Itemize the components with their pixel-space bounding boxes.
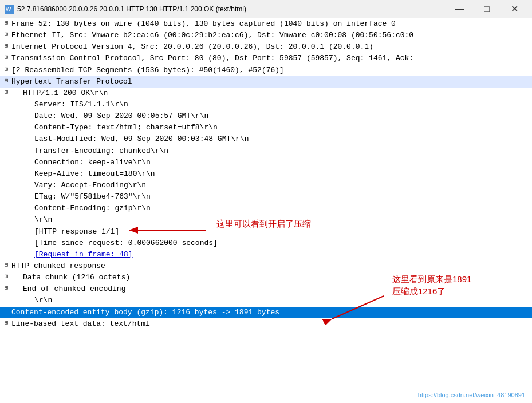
expand-icon-4[interactable]: ⊞ bbox=[2, 53, 10, 62]
row-text-22: HTTP chunked response bbox=[11, 260, 105, 272]
tree-row-19[interactable]: [HTTP response 1/1] bbox=[0, 226, 532, 238]
main-content: ⊞Frame 52: 130 bytes on wire (1040 bits)… bbox=[0, 18, 532, 403]
tree-row-17[interactable]: Content-Encoding: gzip\r\n bbox=[0, 203, 532, 214]
tree-row-13[interactable]: Connection: keep-alive\r\n bbox=[0, 157, 532, 168]
row-text-27: Line-based text data: text/html bbox=[11, 318, 150, 330]
tree-row-6[interactable]: ⊟Hypertext Transfer Protocol bbox=[0, 76, 532, 88]
expand-icon-5[interactable]: ⊞ bbox=[2, 65, 10, 74]
row-text-4: Transmission Control Protocol, Src Port:… bbox=[11, 53, 413, 64]
tree-row-23[interactable]: ⊞Data chunk (1216 octets) bbox=[0, 272, 532, 283]
row-text-21: [Request in frame: 48] bbox=[34, 249, 133, 260]
svg-text:W: W bbox=[6, 6, 11, 13]
row-text-12: Transfer-Encoding: chunked\r\n bbox=[34, 145, 168, 157]
tree-row-18[interactable]: \r\n bbox=[0, 214, 532, 226]
minimize-button[interactable]: — bbox=[446, 0, 472, 18]
tree-row-15[interactable]: Vary: Accept-Encoding\r\n bbox=[0, 180, 532, 191]
expand-icon-6[interactable]: ⊟ bbox=[2, 76, 10, 86]
tree-row-24[interactable]: ⊞End of chunked encoding bbox=[0, 283, 532, 295]
tree-row-7[interactable]: ⊞HTTP/1.1 200 OK\r\n bbox=[0, 88, 532, 99]
row-text-14: Keep-Alive: timeout=180\r\n bbox=[34, 168, 155, 180]
expand-icon-22[interactable]: ⊟ bbox=[2, 260, 10, 270]
row-text-25: \r\n bbox=[34, 295, 52, 306]
tree-row-20[interactable]: [Time since request: 0.000662000 seconds… bbox=[0, 238, 532, 249]
tree-row-12[interactable]: Transfer-Encoding: chunked\r\n bbox=[0, 145, 532, 157]
expand-icon-1[interactable]: ⊞ bbox=[2, 18, 10, 28]
row-text-6: Hypertext Transfer Protocol bbox=[11, 76, 132, 88]
tree-row-27[interactable]: ⊞Line-based text data: text/html bbox=[0, 318, 532, 330]
title-bar: W 52 7.816886000 20.0.0.26 20.0.0.1 HTTP… bbox=[0, 0, 532, 18]
expand-icon-7[interactable]: ⊞ bbox=[2, 88, 10, 97]
tree-row-11[interactable]: Last-Modified: Wed, 09 Sep 2020 00:03:48… bbox=[0, 133, 532, 145]
tree-row-22[interactable]: ⊟HTTP chunked response bbox=[0, 260, 532, 272]
row-text-18: \r\n bbox=[34, 214, 52, 226]
tree-row-21[interactable]: [Request in frame: 48] bbox=[0, 249, 532, 260]
row-text-23: Data chunk (1216 octets) bbox=[23, 272, 130, 283]
window-title: 52 7.816886000 20.0.0.26 20.0.0.1 HTTP 1… bbox=[17, 5, 246, 13]
tree-row-25[interactable]: \r\n bbox=[0, 295, 532, 306]
expand-icon-2[interactable]: ⊞ bbox=[2, 30, 10, 39]
app-icon: W bbox=[5, 5, 14, 14]
row-text-5: [2 Reassembled TCP Segments (1536 bytes)… bbox=[11, 65, 284, 76]
tree-row-4[interactable]: ⊞Transmission Control Protocol, Src Port… bbox=[0, 53, 532, 64]
window-controls: — □ ✕ bbox=[446, 0, 527, 18]
row-text-9: Date: Wed, 09 Sep 2020 00:05:57 GMT\r\n bbox=[34, 110, 208, 122]
tree-row-9[interactable]: Date: Wed, 09 Sep 2020 00:05:57 GMT\r\n bbox=[0, 110, 532, 122]
row-text-17: Content-Encoding: gzip\r\n bbox=[34, 203, 151, 214]
tree-row-1[interactable]: ⊞Frame 52: 130 bytes on wire (1040 bits)… bbox=[0, 18, 532, 30]
expand-icon-24[interactable]: ⊞ bbox=[2, 283, 10, 293]
tree-row-2[interactable]: ⊞Ethernet II, Src: Vmware_b2:ea:c6 (00:0… bbox=[0, 30, 532, 41]
row-text-7: HTTP/1.1 200 OK\r\n bbox=[23, 88, 108, 99]
row-text-20: [Time since request: 0.000662000 seconds… bbox=[34, 238, 218, 249]
tree-row-10[interactable]: Content-Type: text/html; charset=utf8\r\… bbox=[0, 122, 532, 133]
tree-row-16[interactable]: ETag: W/"5f581be4-763"\r\n bbox=[0, 191, 532, 203]
tree-row-5[interactable]: ⊞[2 Reassembled TCP Segments (1536 bytes… bbox=[0, 65, 532, 76]
row-text-15: Vary: Accept-Encoding\r\n bbox=[34, 180, 146, 191]
tree-row-8[interactable]: Server: IIS/1.1.1\r\n bbox=[0, 99, 532, 110]
maximize-button[interactable]: □ bbox=[474, 0, 500, 18]
row-text-3: Internet Protocol Version 4, Src: 20.0.0… bbox=[11, 41, 373, 53]
row-text-24: End of chunked encoding bbox=[23, 283, 125, 295]
row-text-26: Content-encoded entity body (gzip): 1216… bbox=[11, 307, 279, 318]
row-text-16: ETag: W/"5f581be4-763"\r\n bbox=[34, 191, 151, 203]
watermark: https://blog.csdn.net/weixin_48190891 bbox=[418, 392, 525, 398]
tree-row-14[interactable]: Keep-Alive: timeout=180\r\n bbox=[0, 168, 532, 180]
row-text-10: Content-Type: text/html; charset=utf8\r\… bbox=[34, 122, 218, 133]
packet-tree: ⊞Frame 52: 130 bytes on wire (1040 bits)… bbox=[0, 18, 532, 330]
tree-row-26[interactable]: Content-encoded entity body (gzip): 1216… bbox=[0, 307, 532, 318]
expand-icon-27[interactable]: ⊞ bbox=[2, 318, 10, 328]
row-text-8: Server: IIS/1.1.1\r\n bbox=[34, 99, 128, 110]
close-button[interactable]: ✕ bbox=[501, 0, 527, 18]
expand-icon-23[interactable]: ⊞ bbox=[2, 272, 10, 282]
row-text-2: Ethernet II, Src: Vmware_b2:ea:c6 (00:0c… bbox=[11, 30, 413, 41]
row-text-1: Frame 52: 130 bytes on wire (1040 bits),… bbox=[11, 18, 396, 30]
expand-icon-3[interactable]: ⊞ bbox=[2, 41, 10, 51]
tree-row-3[interactable]: ⊞Internet Protocol Version 4, Src: 20.0.… bbox=[0, 41, 532, 53]
row-text-11: Last-Modified: Wed, 09 Sep 2020 00:03:48… bbox=[34, 133, 249, 145]
row-text-13: Connection: keep-alive\r\n bbox=[34, 157, 151, 168]
title-bar-left: W 52 7.816886000 20.0.0.26 20.0.0.1 HTTP… bbox=[5, 5, 246, 14]
row-text-19: [HTTP response 1/1] bbox=[34, 226, 119, 238]
